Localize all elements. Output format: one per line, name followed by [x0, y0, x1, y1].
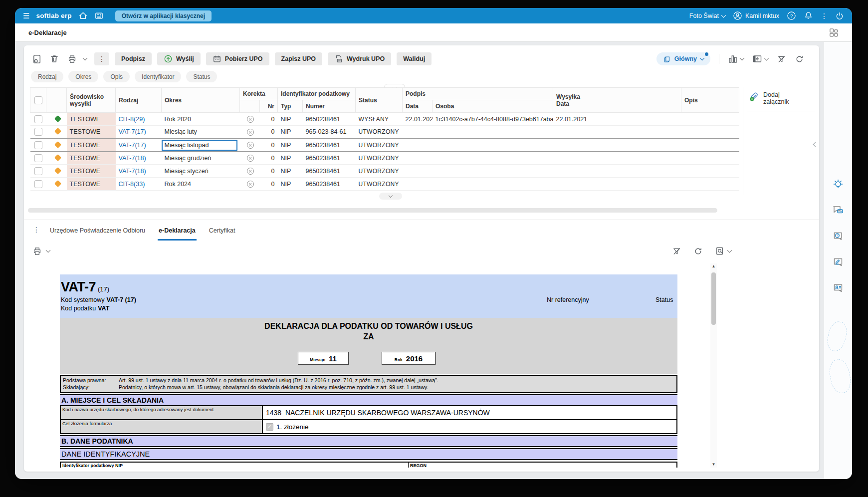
panel-collapse-chevron-icon[interactable]: [814, 140, 819, 148]
cell-korekta-nr: 0: [260, 139, 278, 152]
chip-opis[interactable]: Opis: [103, 71, 130, 82]
tabs-more-icon[interactable]: ⋮: [33, 226, 40, 234]
insights-idea-icon[interactable]: [832, 178, 845, 191]
row-checkbox[interactable]: [34, 128, 42, 136]
rodzaj-link[interactable]: VAT-7(17): [119, 142, 146, 149]
preview-zoom-control[interactable]: [715, 246, 731, 256]
col-numer[interactable]: Numer: [303, 100, 356, 113]
row-checkbox[interactable]: [34, 180, 42, 188]
row-checkbox[interactable]: [34, 115, 42, 123]
clear-filter-icon[interactable]: [672, 247, 681, 256]
chip-okres[interactable]: Okres: [68, 71, 98, 82]
delete-trash-icon[interactable]: [48, 53, 60, 65]
contact-person-bubble-icon[interactable]: [832, 281, 845, 294]
row-checkbox[interactable]: [34, 167, 42, 175]
pobierz-upo-button[interactable]: Pobierz UPO: [206, 52, 269, 65]
rodzaj-link[interactable]: CIT-8(33): [119, 181, 145, 188]
table-row[interactable]: TESTOWE VAT-7(18) Miesiąc styczeń 0 NIP …: [30, 165, 739, 178]
zapisz-upo-button[interactable]: Zapisz UPO: [275, 52, 322, 65]
col-identyfikator[interactable]: Identyfikator podatkowy: [278, 88, 356, 100]
rodzaj-link[interactable]: VAT-7(18): [119, 155, 146, 162]
chip-rodzaj[interactable]: Rodzaj: [31, 71, 63, 82]
print-icon[interactable]: [32, 246, 42, 256]
col-opis[interactable]: Opis: [681, 88, 739, 113]
hamburger-menu-icon[interactable]: ☰: [23, 12, 29, 19]
chip-identyfikator[interactable]: Identyfikator: [135, 71, 181, 82]
scroll-down-arrow-icon[interactable]: ▼: [710, 462, 717, 468]
row-checkbox[interactable]: [34, 141, 42, 149]
more-options-icon[interactable]: ⋮: [821, 12, 828, 20]
cel-label: Cel złożenia formularza: [61, 420, 263, 433]
table-row[interactable]: TESTOWE CIT-8(29) Rok 2020 0 NIP 9650238…: [30, 113, 739, 126]
print-dropdown-chevron-icon[interactable]: [46, 248, 51, 253]
col-rodzaj[interactable]: Rodzaj: [116, 88, 162, 113]
form-vertical-scrollbar[interactable]: ▲ ▼: [710, 263, 717, 468]
podpisz-button[interactable]: Podpisz: [115, 52, 152, 65]
refresh-icon[interactable]: [693, 247, 703, 256]
col-podpis[interactable]: Podpis: [403, 88, 553, 100]
add-attachment-button[interactable]: Dodaj załącznik: [748, 91, 816, 105]
help-bubble-icon[interactable]: ?: [832, 230, 845, 243]
rodzaj-link[interactable]: VAT-7(17): [119, 128, 146, 135]
cell-okres: Rok 2024: [162, 178, 240, 191]
cell-okres-editing: [162, 139, 240, 152]
view-selector-glowny[interactable]: Główny: [656, 52, 710, 65]
table-row[interactable]: TESTOWE VAT-7(18) Miesiąc grudzień 0 NIP…: [30, 152, 739, 165]
clear-filter-icon[interactable]: [777, 54, 786, 64]
user-menu[interactable]: Kamil mktux: [733, 11, 779, 20]
splitter-collapse-pill[interactable]: [379, 193, 402, 200]
tab-upo[interactable]: Urzędowe Poświadczenie Odbioru: [50, 220, 145, 241]
panel-toggle-control[interactable]: [752, 54, 768, 64]
waliduj-button[interactable]: Waliduj: [397, 52, 432, 65]
print-icon[interactable]: [66, 53, 78, 65]
power-logout-icon[interactable]: [835, 11, 844, 20]
chip-status[interactable]: Status: [186, 71, 217, 82]
rodzaj-link[interactable]: VAT-7(18): [119, 168, 146, 175]
col-srodowisko[interactable]: Środowisko wysyłki: [67, 88, 116, 113]
rodzaj-link[interactable]: CIT-8(29): [119, 116, 145, 123]
layout-grid-icon[interactable]: [829, 27, 839, 38]
col-typ[interactable]: Typ: [278, 100, 303, 113]
toolbar-more-button[interactable]: ⋮: [94, 52, 109, 65]
tab-edeklaracja[interactable]: e-Deklaracja: [159, 220, 196, 241]
okres-edit-input[interactable]: [162, 140, 237, 151]
cell-podpis-data: [403, 152, 433, 165]
company-switcher[interactable]: Foto Świat: [689, 12, 725, 19]
edit-note-bubble-icon[interactable]: [832, 255, 845, 268]
kod-podatku-label: Kod podatku: [61, 305, 96, 312]
document-info-icon[interactable]: [31, 53, 43, 65]
chat-feedback-icon[interactable]: [832, 204, 845, 217]
wyslij-button[interactable]: Wyślij: [157, 52, 201, 65]
scrollbar-thumb[interactable]: [711, 272, 716, 325]
horizontal-scrollbar[interactable]: [28, 208, 717, 213]
home-icon[interactable]: [78, 11, 88, 20]
status-diamond-icon: [54, 128, 61, 135]
news-module-icon[interactable]: [94, 11, 104, 20]
cel-checkbox[interactable]: ✓: [266, 423, 273, 431]
form-title: VAT-7: [61, 279, 96, 294]
notifications-bell-icon[interactable]: [804, 11, 813, 20]
col-okres[interactable]: Okres: [162, 88, 240, 113]
table-row-selected[interactable]: TESTOWE VAT-7(17) 0 NIP 9650238461 UTWOR…: [30, 139, 739, 152]
help-icon[interactable]: ?: [787, 11, 796, 20]
cell-status: WYSŁANY: [356, 113, 403, 126]
table-row[interactable]: TESTOWE VAT-7(17) Miesiąc luty 0 NIP 965…: [30, 126, 739, 139]
select-all-checkbox[interactable]: [34, 96, 42, 104]
refresh-icon[interactable]: [795, 54, 804, 64]
scroll-up-arrow-icon[interactable]: ▲: [710, 263, 717, 269]
col-podpis-data[interactable]: Data: [403, 100, 433, 113]
col-status[interactable]: Status: [356, 88, 403, 113]
wydruk-upo-button[interactable]: Wydruk UPO: [328, 52, 391, 65]
cell-korekta-nr: 0: [260, 152, 278, 165]
col-korekta[interactable]: Korekta: [240, 88, 278, 100]
chart-view-control[interactable]: [728, 54, 744, 64]
col-podpis-osoba[interactable]: Osoba: [433, 100, 553, 113]
tab-certyfikat[interactable]: Certyfikat: [209, 220, 235, 241]
print-dropdown-chevron-icon[interactable]: [83, 56, 88, 61]
col-wysylka[interactable]: WysyłkaData: [553, 88, 681, 113]
add-attachment-label: Dodaj załącznik: [763, 91, 794, 105]
col-korekta-nr[interactable]: Nr: [260, 100, 278, 113]
table-row[interactable]: TESTOWE CIT-8(33) Rok 2024 0 NIP 9650238…: [30, 178, 739, 191]
row-checkbox[interactable]: [34, 154, 42, 162]
open-classic-app-button[interactable]: Otwórz w aplikacji klasycznej: [115, 10, 212, 21]
